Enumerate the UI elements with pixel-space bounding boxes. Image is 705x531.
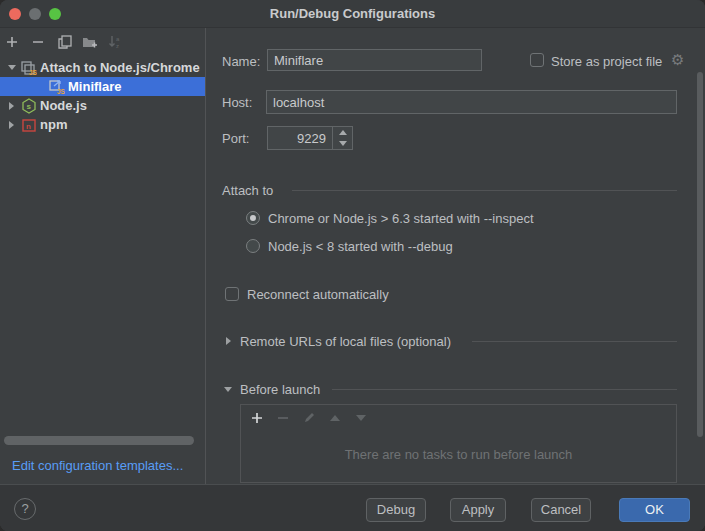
host-label: Host:: [222, 95, 252, 110]
nodejs-icon: s: [21, 98, 37, 114]
configurations-tree: JS Attach to Node.js/Chrome JS Miniflare…: [0, 58, 205, 134]
dialog-footer: ? Debug Apply Cancel OK: [0, 484, 705, 531]
name-input[interactable]: [267, 49, 482, 71]
move-task-up-icon[interactable]: [327, 410, 343, 426]
add-task-icon[interactable]: [249, 410, 265, 426]
attach-debug-radio-label[interactable]: Node.js < 8 started with --debug: [268, 239, 453, 254]
edit-configuration-templates-link[interactable]: Edit configuration templates...: [12, 458, 183, 473]
before-launch-divider: [332, 389, 677, 390]
attach-debug-radio[interactable]: [246, 239, 260, 253]
chevron-right-icon[interactable]: [8, 102, 16, 110]
titlebar: Run/Debug Configurations: [0, 0, 705, 28]
vertical-scrollbar-thumb[interactable]: [697, 72, 703, 437]
debug-button[interactable]: Debug: [366, 498, 426, 522]
port-decrement-button[interactable]: [333, 138, 352, 149]
tree-item-label: Node.js: [40, 98, 87, 113]
chevron-down-icon[interactable]: [8, 64, 16, 72]
name-label: Name:: [222, 54, 260, 69]
remove-task-icon[interactable]: [275, 410, 291, 426]
tree-item-label: Miniflare: [68, 79, 121, 94]
store-as-project-file-label: Store as project file: [551, 54, 662, 69]
attach-nodejs-chrome-icon: JS: [21, 60, 37, 76]
attach-to-section-label: Attach to: [222, 183, 273, 198]
move-task-down-icon[interactable]: [353, 410, 369, 426]
svg-text:z: z: [116, 43, 119, 49]
remove-configuration-icon[interactable]: [28, 32, 48, 52]
edit-task-pencil-icon[interactable]: [301, 410, 317, 426]
tree-item-miniflare[interactable]: JS Miniflare: [0, 77, 205, 96]
reconnect-automatically-label[interactable]: Reconnect automatically: [247, 287, 389, 302]
remote-urls-section-label[interactable]: Remote URLs of local files (optional): [240, 334, 451, 349]
sidebar-toolbar: az: [0, 28, 205, 56]
tree-item-label: Attach to Node.js/Chrome: [40, 60, 200, 75]
dialog-title: Run/Debug Configurations: [0, 6, 705, 21]
npm-icon: n: [21, 117, 37, 133]
configurations-sidebar: az JS Attach to Node.js/Chrome JS Minifl…: [0, 28, 206, 484]
store-options-gear-icon[interactable]: ⚙: [671, 53, 684, 67]
store-as-project-file-checkbox[interactable]: [530, 53, 544, 67]
svg-text:JS: JS: [29, 69, 37, 76]
port-label: Port:: [222, 131, 249, 146]
run-debug-configurations-dialog: Run/Debug Configurations az: [0, 0, 705, 531]
attach-inspect-radio-label[interactable]: Chrome or Node.js > 6.3 started with --i…: [268, 211, 534, 226]
port-field: [267, 126, 353, 150]
copy-configuration-icon[interactable]: [55, 32, 75, 52]
tree-item-npm-group[interactable]: n npm: [0, 115, 205, 134]
svg-text:a: a: [116, 36, 120, 42]
chevron-right-icon[interactable]: [8, 121, 16, 129]
tree-item-nodejs-group[interactable]: s Node.js: [0, 96, 205, 115]
tree-item-attach-group[interactable]: JS Attach to Node.js/Chrome: [0, 58, 205, 77]
attach-inspect-radio[interactable]: [246, 211, 260, 225]
add-configuration-icon[interactable]: [2, 32, 22, 52]
sort-configurations-icon[interactable]: az: [105, 32, 125, 52]
svg-text:n: n: [26, 122, 31, 131]
host-input[interactable]: [266, 90, 677, 114]
before-launch-tasks-panel: There are no tasks to run before launch: [240, 404, 677, 483]
before-launch-toolbar: [241, 405, 676, 430]
before-launch-section-label[interactable]: Before launch: [240, 382, 320, 397]
no-tasks-message: There are no tasks to run before launch: [241, 447, 676, 462]
apply-button[interactable]: Apply: [450, 498, 506, 522]
port-input[interactable]: [268, 127, 332, 149]
attach-to-divider: [292, 190, 677, 191]
svg-text:s: s: [27, 102, 32, 111]
reconnect-automatically-checkbox[interactable]: [225, 287, 239, 301]
port-increment-button[interactable]: [333, 127, 352, 138]
new-folder-icon[interactable]: [79, 32, 99, 52]
ok-button[interactable]: OK: [619, 498, 690, 522]
miniflare-config-icon: JS: [49, 79, 65, 95]
svg-text:JS: JS: [57, 88, 65, 95]
horizontal-scrollbar-thumb[interactable]: [4, 436, 194, 445]
tree-item-label: npm: [40, 117, 67, 132]
cancel-button[interactable]: Cancel: [531, 498, 591, 522]
remote-urls-chevron-right-icon[interactable]: [224, 337, 233, 346]
help-button[interactable]: ?: [14, 498, 36, 520]
before-launch-chevron-down-icon[interactable]: [224, 385, 233, 394]
configuration-form: Name: Store as project file ⚙ Host: Port…: [207, 28, 705, 484]
port-spinner: [332, 127, 352, 149]
remote-urls-divider: [472, 341, 677, 342]
